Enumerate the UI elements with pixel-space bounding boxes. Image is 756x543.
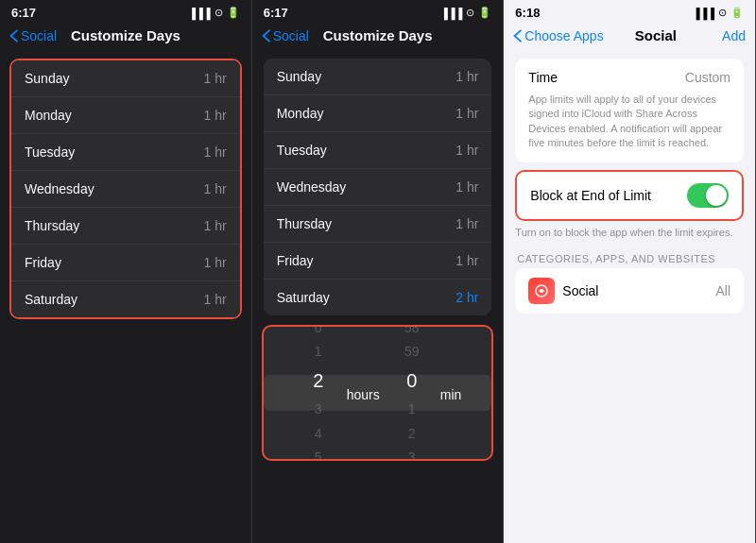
picker-item: 58	[387, 327, 437, 340]
status-icons-2: ▐▐▐ ⊙ 🔋	[440, 7, 491, 19]
picker-item-selected: 2	[294, 364, 343, 398]
status-icons-1: ▐▐▐ ⊙ 🔋	[188, 7, 239, 19]
nav-bar-2: Social Customize Days	[252, 24, 504, 51]
day-value: 1 hr	[455, 216, 478, 231]
day-value: 1 hr	[204, 255, 227, 270]
mins-label: min	[437, 383, 462, 402]
block-at-end-toggle-box[interactable]: Block at End of Limit	[515, 170, 744, 221]
mins-picker-group[interactable]: 58 59 0 1 2 3 min	[387, 327, 462, 459]
status-bar-2: 6:17 ▐▐▐ ⊙ 🔋	[252, 0, 504, 24]
day-label: Wednesday	[277, 179, 347, 195]
battery-icon: 🔋	[227, 7, 240, 19]
day-label: Monday	[277, 106, 324, 121]
hours-picker-group[interactable]: 0 1 2 3 4 5 hours	[294, 327, 380, 459]
status-icons-3: ▐▐▐ ⊙ 🔋	[693, 7, 744, 19]
day-value: 1 hr	[204, 108, 227, 123]
day-value-blue: 2 hr	[455, 290, 478, 305]
nav-back-label-2: Social	[273, 28, 309, 43]
days-list-1: Sunday 1 hr Monday 1 hr Tuesday 1 hr Wed…	[11, 60, 240, 317]
time-desc: App limits will apply to all of your dev…	[528, 93, 730, 151]
list-item[interactable]: Sunday 1 hr	[264, 59, 492, 95]
nav-bar-3: Choose Apps Social Add	[504, 24, 755, 51]
app-value: All	[715, 283, 730, 298]
nav-back-1[interactable]: Social	[9, 28, 57, 43]
days-list-highlighted: Sunday 1 hr Monday 1 hr Tuesday 1 hr Wed…	[9, 59, 242, 319]
day-label: Monday	[25, 108, 72, 123]
panel-social: 6:18 ▐▐▐ ⊙ 🔋 Choose Apps Social Add Time…	[504, 0, 756, 543]
app-row-social[interactable]: Social All	[515, 268, 744, 314]
day-value: 1 hr	[455, 69, 478, 84]
list-item[interactable]: Monday 1 hr	[264, 95, 492, 132]
list-item[interactable]: Saturday 2 hr	[264, 280, 492, 315]
app-row-inner: Social	[528, 278, 598, 304]
day-value: 1 hr	[204, 144, 227, 160]
picker-item: 3	[387, 446, 437, 459]
status-bar-1: 6:17 ▐▐▐ ⊙ 🔋	[0, 0, 251, 24]
wifi-icon: ⊙	[718, 7, 727, 19]
status-time-2: 6:17	[264, 6, 288, 20]
day-value: 1 hr	[455, 106, 478, 121]
list-item[interactable]: Monday 1 hr	[11, 97, 240, 134]
picker-item: 3	[294, 398, 343, 421]
toggle-switch[interactable]	[687, 183, 729, 208]
list-item[interactable]: Sunday 1 hr	[11, 60, 240, 97]
battery-icon: 🔋	[730, 7, 744, 19]
nav-back-2[interactable]: Social	[262, 28, 309, 43]
hours-col[interactable]: 0 1 2 3 4 5	[294, 327, 343, 459]
day-value: 1 hr	[455, 253, 478, 268]
nav-title-3: Social	[635, 27, 677, 43]
days-list-2: Sunday 1 hr Monday 1 hr Tuesday 1 hr Wed…	[264, 59, 492, 315]
nav-add-button[interactable]: Add	[708, 28, 746, 43]
nav-bar-1: Social Customize Days	[0, 24, 251, 51]
day-label: Thursday	[25, 218, 79, 233]
app-name: Social	[562, 283, 598, 298]
list-item[interactable]: Wednesday 1 hr	[264, 169, 492, 206]
day-label: Tuesday	[25, 144, 75, 160]
picker-item: 59	[387, 340, 437, 364]
nav-back-3[interactable]: Choose Apps	[513, 28, 603, 43]
nav-back-label-1: Social	[21, 28, 57, 43]
picker-inner: 0 1 2 3 4 5 hours 58 59 0 1 2 3 m	[264, 327, 492, 459]
hours-label: hours	[343, 383, 380, 402]
day-label: Tuesday	[277, 143, 327, 158]
signal-icon: ▐▐▐	[693, 8, 714, 19]
picker-item: 1	[294, 340, 343, 364]
wifi-icon: ⊙	[466, 7, 474, 19]
day-label: Wednesday	[25, 181, 94, 196]
nav-back-label-3: Choose Apps	[524, 28, 603, 43]
status-time-1: 6:17	[11, 6, 36, 20]
panel-customize-days-1: 6:17 ▐▐▐ ⊙ 🔋 Social Customize Days Sunda…	[0, 0, 252, 543]
day-value: 1 hr	[455, 179, 478, 195]
list-item[interactable]: Friday 1 hr	[264, 243, 492, 280]
list-item[interactable]: Thursday 1 hr	[11, 208, 240, 245]
picker-item-selected: 0	[387, 364, 437, 398]
status-bar-3: 6:18 ▐▐▐ ⊙ 🔋	[504, 0, 755, 24]
nav-title-1: Customize Days	[71, 27, 180, 43]
list-item[interactable]: Friday 1 hr	[11, 245, 240, 281]
list-item[interactable]: Tuesday 1 hr	[264, 132, 492, 169]
list-item[interactable]: Wednesday 1 hr	[11, 171, 240, 208]
day-label: Thursday	[277, 216, 332, 231]
day-value: 1 hr	[455, 143, 478, 158]
picker-item: 1	[387, 398, 437, 421]
day-label: Saturday	[277, 290, 330, 305]
list-item[interactable]: Thursday 1 hr	[264, 206, 492, 243]
time-picker[interactable]: 0 1 2 3 4 5 hours 58 59 0 1 2 3 m	[262, 325, 494, 461]
signal-icon: ▐▐▐	[188, 8, 210, 19]
picker-item: 4	[294, 422, 343, 446]
mins-col[interactable]: 58 59 0 1 2 3	[387, 327, 437, 459]
battery-icon: 🔋	[478, 7, 491, 19]
toggle-desc: Turn on to block the app when the limit …	[515, 227, 744, 238]
status-time-3: 6:18	[515, 6, 540, 20]
time-info-box: Time Custom App limits will apply to all…	[515, 59, 744, 162]
toggle-label: Block at End of Limit	[530, 188, 651, 203]
day-label: Sunday	[25, 71, 69, 86]
list-item[interactable]: Saturday 1 hr	[11, 281, 240, 317]
picker-item: 2	[387, 422, 437, 446]
signal-icon: ▐▐▐	[440, 8, 462, 19]
social-app-icon	[528, 278, 555, 304]
time-label: Time	[528, 70, 558, 85]
list-item[interactable]: Tuesday 1 hr	[11, 134, 240, 171]
picker-item: 0	[294, 327, 343, 340]
toggle-knob	[706, 185, 727, 206]
